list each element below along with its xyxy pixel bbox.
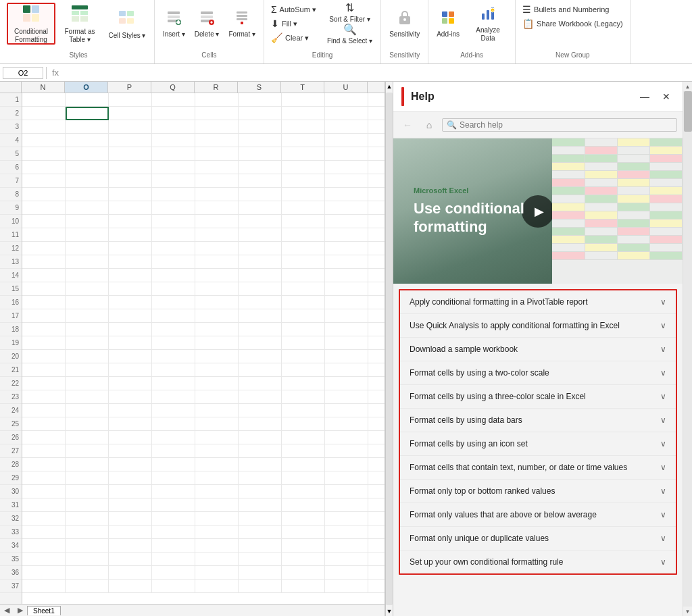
grid-cell[interactable] [282, 228, 325, 242]
grid-cell[interactable] [195, 255, 239, 269]
grid-cell[interactable] [109, 485, 152, 498]
grid-cell[interactable] [152, 323, 195, 336]
grid-cell[interactable] [152, 485, 195, 498]
grid-cell[interactable] [152, 161, 195, 174]
grid-cell[interactable] [282, 242, 325, 255]
grid-cell[interactable] [109, 147, 152, 161]
grid-cell[interactable] [368, 363, 385, 377]
format-button[interactable]: Format ▾ [224, 3, 259, 45]
grid-cell[interactable] [195, 282, 239, 296]
grid-cell[interactable] [152, 404, 195, 417]
grid-cell[interactable] [282, 350, 325, 363]
grid-cell[interactable] [195, 323, 239, 336]
grid-cell[interactable] [195, 539, 239, 553]
grid-cell[interactable] [109, 296, 152, 309]
help-list-item[interactable]: Format cells by using data bars∨ [400, 409, 676, 432]
formula-input[interactable] [64, 68, 689, 78]
col-header-U[interactable]: U [324, 82, 368, 93]
grid-cell[interactable] [152, 134, 195, 147]
grid-cell[interactable] [195, 188, 239, 201]
grid-cell[interactable] [325, 147, 368, 161]
cell-address-input[interactable] [3, 67, 43, 79]
grid-cell[interactable] [109, 228, 152, 242]
grid-cell[interactable] [22, 255, 66, 269]
grid-cell[interactable] [109, 525, 152, 539]
grid-cell[interactable] [368, 566, 385, 580]
grid-cell[interactable] [152, 417, 195, 431]
grid-cell[interactable] [66, 107, 109, 120]
conditional-formatting-button[interactable]: Conditional Formatting [7, 3, 55, 45]
grid-cell[interactable] [195, 431, 239, 444]
help-scroll-up-btn[interactable]: ▲ [683, 82, 693, 91]
grid-cell[interactable] [368, 188, 385, 201]
grid-cell[interactable] [109, 93, 152, 107]
grid-cell[interactable] [195, 404, 239, 417]
grid-cell[interactable] [282, 431, 325, 444]
grid-cell[interactable] [282, 525, 325, 539]
grid-cell[interactable] [152, 269, 195, 282]
grid-cell[interactable] [282, 134, 325, 147]
grid-cell[interactable] [109, 134, 152, 147]
grid-cell[interactable] [239, 336, 282, 350]
grid-cell[interactable] [152, 458, 195, 471]
grid-cell[interactable] [22, 161, 66, 174]
grid-cell[interactable] [282, 471, 325, 485]
grid-cell[interactable] [282, 309, 325, 323]
grid-cell[interactable] [325, 539, 368, 553]
grid-cell[interactable] [282, 363, 325, 377]
grid-cell[interactable] [22, 512, 66, 525]
grid-cell[interactable] [66, 201, 109, 215]
grid-cell[interactable] [368, 93, 385, 107]
grid-cell[interactable] [66, 485, 109, 498]
grid-cell[interactable] [239, 444, 282, 458]
grid-cell[interactable] [368, 134, 385, 147]
grid-cell[interactable] [66, 431, 109, 444]
grid-cell[interactable] [109, 336, 152, 350]
grid-cell[interactable] [22, 120, 66, 134]
grid-cell[interactable] [368, 174, 385, 188]
grid-cell[interactable] [22, 525, 66, 539]
grid-cell[interactable] [368, 390, 385, 404]
grid-cell[interactable] [368, 580, 385, 593]
grid-cell[interactable] [66, 93, 109, 107]
grid-cell[interactable] [239, 296, 282, 309]
grid-cell[interactable] [109, 107, 152, 120]
grid-cell[interactable] [368, 147, 385, 161]
grid-cell[interactable] [152, 228, 195, 242]
grid-cell[interactable] [195, 161, 239, 174]
grid-cell[interactable] [282, 174, 325, 188]
grid-cell[interactable] [239, 215, 282, 228]
grid-cell[interactable] [66, 255, 109, 269]
grid-cell[interactable] [325, 282, 368, 296]
grid-cell[interactable] [325, 580, 368, 593]
grid-cell[interactable] [368, 269, 385, 282]
grid-cell[interactable] [239, 431, 282, 444]
grid-cell[interactable] [66, 161, 109, 174]
grid-cell[interactable] [109, 269, 152, 282]
grid-cell[interactable] [282, 444, 325, 458]
grid-cell[interactable] [325, 390, 368, 404]
help-list-item[interactable]: Format cells by using a three-color scal… [400, 385, 676, 409]
grid-cell[interactable] [239, 188, 282, 201]
grid-cell[interactable] [195, 363, 239, 377]
grid-cell[interactable] [325, 485, 368, 498]
grid-cell[interactable] [239, 417, 282, 431]
grid-cell[interactable] [22, 107, 66, 120]
grid-cell[interactable] [239, 228, 282, 242]
grid-cell[interactable] [66, 444, 109, 458]
grid-cell[interactable] [109, 174, 152, 188]
grid-cell[interactable] [325, 228, 368, 242]
grid-cell[interactable] [195, 215, 239, 228]
clear-button[interactable]: 🧹 Clear ▾ [268, 31, 319, 45]
help-back-button[interactable]: ← [399, 116, 416, 134]
grid-cell[interactable] [239, 201, 282, 215]
grid-cell[interactable] [22, 174, 66, 188]
grid-cell[interactable] [239, 242, 282, 255]
help-search-input[interactable] [460, 120, 672, 130]
grid-cell[interactable] [368, 471, 385, 485]
grid-cell[interactable] [66, 512, 109, 525]
grid-cell[interactable] [22, 390, 66, 404]
grid-cell[interactable] [66, 336, 109, 350]
grid-cell[interactable] [282, 93, 325, 107]
grid-cell[interactable] [152, 553, 195, 566]
